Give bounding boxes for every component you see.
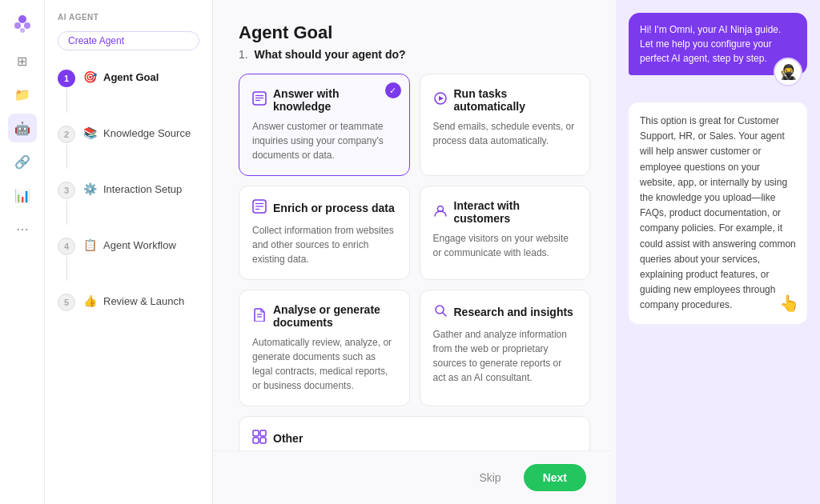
step-5[interactable]: 5 👍 Review & Launch <box>45 287 212 318</box>
goal-card-interact-customers[interactable]: Interact with customers Engage visitors … <box>420 186 591 280</box>
card-desc-5: Automatically review, analyze, or genera… <box>252 335 396 393</box>
card-header-6: Research and insights <box>433 303 577 321</box>
card-title-5: Analyse or generate documents <box>273 303 396 329</box>
step-3-content: ⚙️ Interaction Setup <box>83 182 182 195</box>
card-icon-3 <box>252 199 267 217</box>
card-title-3: Enrich or process data <box>273 202 395 214</box>
sidebar-grid-icon[interactable]: ⊞ <box>8 46 37 75</box>
svg-rect-20 <box>260 430 266 436</box>
goal-card-enrich-data[interactable]: Enrich or process data Collect informati… <box>239 186 410 280</box>
step-2-content: 📚 Knowledge Source <box>83 126 191 139</box>
step-5-label: Review & Launch <box>103 295 184 307</box>
goal-card-answer-knowledge[interactable]: ✓ Answer with knowledge Answer customer … <box>239 74 410 176</box>
step-5-icon: 👍 <box>83 294 97 307</box>
step-2[interactable]: 2 📚 Knowledge Source <box>45 119 212 175</box>
svg-point-1 <box>14 22 21 29</box>
card-title-2: Run tasks automatically <box>454 87 577 113</box>
step-4-line <box>66 257 67 281</box>
step-5-content: 👍 Review & Launch <box>83 294 184 307</box>
svg-rect-19 <box>253 430 259 436</box>
card-title-6: Research and insights <box>454 306 573 318</box>
step-3-label: Interaction Setup <box>103 183 182 195</box>
goal-card-research-insights[interactable]: Research and insights Gather and analyze… <box>420 290 591 406</box>
question-number: 1. <box>239 48 248 61</box>
steps-header: AI AGENT <box>45 13 212 31</box>
card-desc-2: Send emails, schedule events, or process… <box>433 119 577 148</box>
step-3-left: 3 <box>58 182 75 225</box>
step-1-label: Agent Goal <box>103 71 159 83</box>
step-4-left: 4 <box>58 238 75 281</box>
card-icon-5 <box>252 307 267 325</box>
next-button[interactable]: Next <box>524 464 586 491</box>
info-card: This option is great for Customer Suppor… <box>629 102 807 324</box>
step-4-content: 📋 Agent Workflow <box>83 238 176 251</box>
question-text: What should your agent do? <box>255 48 406 61</box>
svg-line-18 <box>443 313 446 316</box>
step-2-label: Knowledge Source <box>103 127 191 139</box>
goal-card-run-tasks[interactable]: Run tasks automatically Send emails, sch… <box>420 74 591 176</box>
step-3-line <box>66 201 67 225</box>
main-content: Agent Goal 1. What should your agent do?… <box>213 0 616 504</box>
goals-grid: ✓ Answer with knowledge Answer customer … <box>239 74 590 406</box>
right-panel: Hi! I'm Omni, your AI Ninja guide. Let m… <box>616 0 820 504</box>
ai-greeting-wrapper: Hi! I'm Omni, your AI Ninja guide. Let m… <box>629 13 807 75</box>
step-3-icon: ⚙️ <box>83 182 97 195</box>
card-icon-other <box>252 430 267 447</box>
step-2-left: 2 <box>58 126 75 169</box>
card-icon-2 <box>433 91 448 109</box>
steps-panel: AI AGENT Create Agent 1 🎯 Agent Goal 2 📚… <box>45 0 213 504</box>
step-4-number: 4 <box>58 238 75 255</box>
step-1-content: 🎯 Agent Goal <box>83 70 159 83</box>
step-2-icon: 📚 <box>83 126 97 139</box>
card-header-2: Run tasks automatically <box>433 87 577 113</box>
sidebar: ⊞ 📁 🤖 🔗 📊 ⋯ <box>0 0 45 504</box>
step-1-left: 1 <box>58 70 75 113</box>
sidebar-chart-icon[interactable]: 📊 <box>8 181 37 210</box>
cursor-icon: 👆 <box>779 290 799 316</box>
info-text: This option is great for Customer Suppor… <box>640 115 796 310</box>
step-2-number: 2 <box>58 126 75 143</box>
card-title-other: Other <box>273 432 303 445</box>
step-1-icon: 🎯 <box>83 70 97 83</box>
ai-greeting-text: Hi! I'm Omni, your AI Ninja guide. Let m… <box>640 24 781 64</box>
step-4-label: Agent Workflow <box>103 239 176 251</box>
card-icon-4 <box>433 203 448 221</box>
selected-check: ✓ <box>385 82 401 98</box>
card-header-4: Interact with customers <box>433 199 577 225</box>
card-icon-1 <box>252 91 267 109</box>
card-header-1: Answer with knowledge <box>252 87 396 113</box>
card-title-1: Answer with knowledge <box>273 87 396 113</box>
app-logo[interactable] <box>10 10 35 35</box>
step-3[interactable]: 3 ⚙️ Interaction Setup <box>45 175 212 231</box>
ai-avatar: 🥷 <box>774 58 802 86</box>
svg-marker-9 <box>439 96 444 101</box>
sidebar-dots-icon[interactable]: ⋯ <box>8 214 37 243</box>
step-1-line <box>66 89 67 113</box>
sidebar-link-icon[interactable]: 🔗 <box>8 147 37 176</box>
skip-button[interactable]: Skip <box>466 464 513 491</box>
step-4[interactable]: 4 📋 Agent Workflow <box>45 231 212 287</box>
sidebar-folder-icon[interactable]: 📁 <box>8 80 37 109</box>
card-header-5: Analyse or generate documents <box>252 303 396 329</box>
card-title-4: Interact with customers <box>454 199 577 225</box>
goal-card-analyse-documents[interactable]: Analyse or generate documents Automatica… <box>239 290 410 406</box>
create-agent-badge: Create Agent <box>58 31 199 50</box>
card-desc-6: Gather and analyze information from the … <box>433 327 577 385</box>
section-question: 1. What should your agent do? <box>239 48 590 61</box>
step-4-icon: 📋 <box>83 238 97 251</box>
step-3-number: 3 <box>58 182 75 199</box>
step-1-number: 1 <box>58 70 75 87</box>
card-desc-3: Collect information from websites and ot… <box>252 223 396 266</box>
step-1[interactable]: 1 🎯 Agent Goal <box>45 63 212 119</box>
card-desc-4: Engage visitors on your website or commu… <box>433 231 577 260</box>
svg-point-2 <box>24 22 30 29</box>
step-5-left: 5 <box>58 294 75 311</box>
step-5-number: 5 <box>58 294 75 311</box>
card-icon-6 <box>433 303 448 321</box>
step-2-line <box>66 145 67 169</box>
bottom-nav: Skip Next <box>213 450 612 504</box>
card-header-other: Other <box>252 430 577 447</box>
svg-rect-21 <box>253 438 259 443</box>
sidebar-bot-icon[interactable]: 🤖 <box>8 114 37 142</box>
card-desc-1: Answer customer or teammate inquiries us… <box>252 119 396 162</box>
